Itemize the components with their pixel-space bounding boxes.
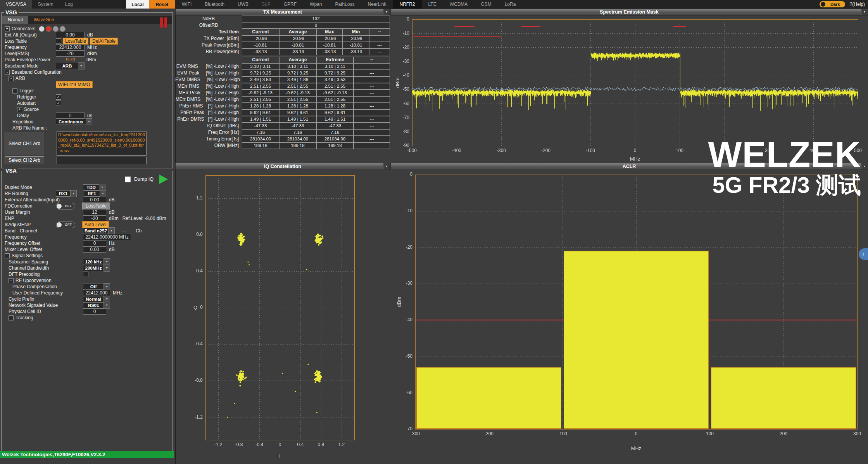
panel-dropdown-button[interactable]: ▼ bbox=[383, 9, 390, 15]
connector-led-2[interactable] bbox=[46, 26, 52, 32]
chevron-down-icon[interactable]: ▼ bbox=[100, 190, 106, 197]
iq-constellation-header: IQ Constellation ▼ bbox=[175, 163, 390, 170]
tx-value-cell: --- bbox=[354, 123, 390, 129]
connector-led-3[interactable] bbox=[53, 26, 59, 32]
duplex-mode-select[interactable]: TDD bbox=[83, 184, 99, 190]
tab-nrfr2[interactable]: NRFR2 bbox=[393, 0, 422, 9]
level-rms-input[interactable]: -20 bbox=[56, 50, 85, 57]
network-signaled-value-select[interactable]: NS01 bbox=[83, 302, 104, 308]
tab-gsm[interactable]: GSM bbox=[474, 0, 498, 9]
frequency-offset-input[interactable]: 0 bbox=[83, 240, 106, 246]
tab-wavegen[interactable]: WaveGen bbox=[28, 16, 60, 24]
chevron-down-icon[interactable]: ▼ bbox=[108, 227, 115, 234]
tab-uwb[interactable]: UWB bbox=[231, 0, 255, 9]
tx-value-cell: -33.13 bbox=[242, 48, 279, 55]
loss-table-checkbox[interactable] bbox=[56, 38, 61, 44]
tab-vsg-vsa[interactable]: VSG/VSA bbox=[0, 0, 32, 9]
vsa-losstable-button[interactable]: LossTable bbox=[82, 203, 110, 209]
autostart-checkbox[interactable]: ✓ bbox=[56, 100, 61, 106]
cyclic-prefix-select[interactable]: Normal bbox=[83, 296, 104, 302]
collapse-trigger-icon[interactable]: - bbox=[12, 88, 17, 93]
tab-wcdma[interactable]: WCDMA bbox=[443, 0, 475, 9]
tab-lte[interactable]: LTE bbox=[422, 0, 443, 9]
collapse-arb-icon[interactable]: - bbox=[9, 76, 14, 81]
tab-log[interactable]: Log bbox=[59, 0, 79, 9]
repetition-select[interactable]: Continuous bbox=[56, 119, 86, 125]
user-margin-input[interactable]: 12 bbox=[83, 209, 106, 215]
aclr-chart bbox=[390, 170, 868, 464]
tab-bluetooth[interactable]: Bluetooth bbox=[198, 0, 231, 9]
tab-gprf[interactable]: GPRF bbox=[277, 0, 303, 9]
tab-pathloss[interactable]: PathLoss bbox=[328, 0, 361, 9]
tab-wpan[interactable]: Wpan bbox=[303, 0, 328, 9]
arb-waveform-button[interactable]: WIFI 4*4 MIMO bbox=[56, 81, 93, 88]
tab-normal[interactable]: Normal bbox=[2, 16, 28, 24]
dft-precoding-checkbox[interactable] bbox=[83, 272, 88, 277]
tx-row-label: Timing Error[Ts] bbox=[175, 136, 242, 142]
is-adjust-enp-toggle[interactable]: OFF bbox=[56, 222, 75, 228]
losstable-button[interactable]: LossTable bbox=[63, 38, 88, 45]
phase-compensation-select[interactable]: Off bbox=[83, 284, 104, 290]
chevron-down-icon[interactable]: ▼ bbox=[104, 283, 110, 290]
collapse-tracking-icon[interactable]: - bbox=[9, 315, 14, 320]
user-defined-frequency-input[interactable]: 22412.000 bbox=[83, 290, 110, 296]
tx-header-cell: Average bbox=[279, 57, 316, 63]
select-ch1-arb-button[interactable]: Select CH1 Arb bbox=[5, 132, 44, 155]
delay-input[interactable]: 0 bbox=[56, 113, 85, 119]
baseband-mode-select[interactable]: ARB bbox=[56, 63, 78, 69]
vsg-frequency-input[interactable]: 22412.000 bbox=[56, 44, 85, 50]
collapse-signal-settings-icon[interactable]: - bbox=[5, 253, 10, 258]
local-button[interactable]: Local bbox=[126, 0, 149, 9]
chevron-down-icon[interactable]: ▼ bbox=[78, 62, 85, 69]
tab-system[interactable]: System bbox=[32, 0, 59, 9]
fdcorrection-toggle[interactable]: OFF bbox=[56, 203, 75, 209]
ext-att-input-field[interactable]: 0.00 bbox=[83, 197, 106, 203]
rf-routing-rx-select[interactable]: RX1 bbox=[56, 190, 70, 197]
tab-nearlink[interactable]: NearLink bbox=[361, 0, 393, 9]
chevron-down-icon[interactable]: ▼ bbox=[104, 265, 110, 272]
select-ch2-arb-button[interactable]: Select CH2 Arb bbox=[5, 156, 44, 164]
chevron-down-icon[interactable]: ▼ bbox=[104, 302, 110, 309]
panel-dropdown-button[interactable]: ▼ bbox=[861, 9, 868, 15]
iq-constellation-chart bbox=[175, 170, 390, 464]
connector-leds bbox=[38, 26, 66, 32]
topbar-end: Dark ?(Help) bbox=[820, 0, 868, 9]
collapse-panel-button[interactable]: ‹ bbox=[859, 248, 868, 260]
aclr-title: ACLR bbox=[623, 164, 636, 169]
tab-lora[interactable]: LoRa bbox=[498, 0, 523, 9]
physical-cell-id-input[interactable]: 0 bbox=[83, 308, 106, 315]
tab-slp[interactable]: SLP bbox=[255, 0, 277, 9]
rf-routing-port-select[interactable]: RF1 bbox=[84, 190, 100, 197]
dark-mode-toggle[interactable]: Dark bbox=[820, 1, 845, 7]
channel-bandwidth-select[interactable]: 200MHz bbox=[83, 265, 104, 271]
mixer-level-offset-input[interactable]: 0.00 bbox=[83, 246, 106, 253]
physical-cell-id-label: Physical Cell ID bbox=[9, 309, 41, 314]
panel-dropdown-button[interactable]: ▼ bbox=[383, 163, 390, 170]
help-button[interactable]: ?(Help) bbox=[850, 2, 865, 7]
tab-wifi[interactable]: WIFI bbox=[175, 0, 198, 9]
band-select[interactable]: Band n257 bbox=[83, 228, 108, 234]
panel-dropdown-button[interactable]: ▼ bbox=[861, 163, 868, 170]
tx-value-cell: 9.72 | 9.25 bbox=[242, 70, 279, 76]
enp-input[interactable]: -20 bbox=[83, 215, 106, 222]
connector-led-4[interactable] bbox=[60, 26, 66, 32]
play-icon[interactable] bbox=[159, 175, 168, 184]
chevron-down-icon[interactable]: ▼ bbox=[86, 118, 92, 125]
collapse-baseband-config-icon[interactable]: - bbox=[5, 70, 10, 75]
ext-att-output-unit: dB bbox=[87, 32, 93, 38]
reset-button[interactable]: Reset bbox=[149, 0, 175, 9]
chevron-down-icon[interactable]: ▼ bbox=[70, 190, 77, 197]
subcarrier-spacing-select[interactable]: 120 kHz bbox=[83, 259, 104, 265]
ext-att-output-input[interactable]: 0.00 bbox=[56, 32, 85, 38]
collapse-rf-upconversion-icon[interactable]: - bbox=[9, 278, 14, 283]
arb-file-name-label: ARB File Name : bbox=[12, 125, 47, 131]
dump-iq-checkbox[interactable] bbox=[125, 177, 131, 182]
tx-row-label: OffsetRB bbox=[175, 22, 242, 29]
expand-connectors-icon[interactable]: + bbox=[5, 26, 10, 31]
connector-led-1[interactable] bbox=[39, 26, 45, 32]
retrigger-checkbox[interactable]: ✓ bbox=[56, 94, 61, 100]
delalltable-button[interactable]: DelAllTable bbox=[90, 38, 118, 45]
vsa-frequency-input[interactable]: 22412.0000000 MHz bbox=[83, 234, 131, 240]
expand-source-icon[interactable]: + bbox=[17, 107, 22, 112]
tx-value-cell: 189.18 bbox=[279, 142, 316, 149]
